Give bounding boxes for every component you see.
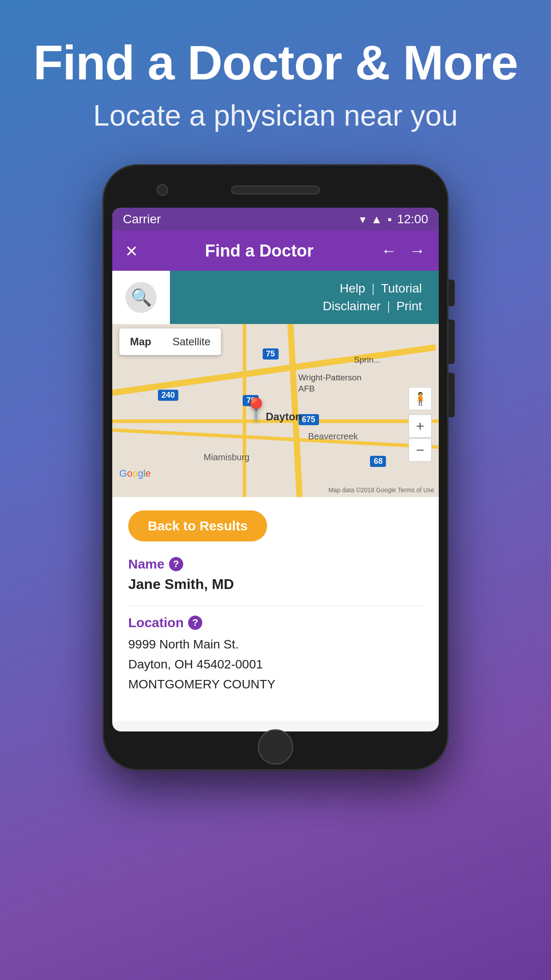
battery-icon: ▪ <box>388 213 392 226</box>
content-area: Back to Results Name ? Jane Smith, MD Lo… <box>112 497 439 721</box>
divider-1 <box>128 606 423 606</box>
phone-screen: Carrier ▾ ▲ ▪ 12:00 × Find a Doctor ← → <box>112 208 439 731</box>
map-label-dayton: Dayton <box>266 411 302 423</box>
speaker-grille <box>231 186 320 194</box>
volume-down-button[interactable] <box>449 373 455 417</box>
forward-arrow-button[interactable]: → <box>409 241 425 260</box>
zoom-in-button[interactable]: + <box>409 415 432 438</box>
map-background: Map Satellite 75 70 675 68 <box>112 324 439 497</box>
hero-section: Find a Doctor & More Locate a physician … <box>0 0 551 151</box>
map-attribution: Map data ©2018 Google Terms of Use <box>328 486 434 494</box>
search-icon[interactable]: 🔍 <box>126 282 157 313</box>
map-label-beavercreek: Beavercreek <box>308 431 358 442</box>
back-to-results-button[interactable]: Back to Results <box>128 510 267 541</box>
route-68: 68 <box>370 456 386 467</box>
nav-links: Help | Tutorial Disclaimer | Print <box>170 271 439 324</box>
badge-75: 75 <box>263 348 279 360</box>
signal-icon: ▲ <box>371 213 382 226</box>
phone-frame: Carrier ▾ ▲ ▪ 12:00 × Find a Doctor ← → <box>102 164 449 771</box>
close-button[interactable]: × <box>126 239 138 263</box>
camera-icon <box>157 184 168 196</box>
name-help-icon[interactable]: ? <box>169 557 183 571</box>
location-field-value: 9999 North Main St. Dayton, OH 45402-000… <box>128 635 423 694</box>
wifi-icon: ▾ <box>360 213 366 226</box>
google-logo: Google <box>119 468 151 479</box>
zoom-out-button[interactable]: − <box>409 439 432 462</box>
print-link[interactable]: Print <box>390 299 428 313</box>
tutorial-link[interactable]: Tutorial <box>375 281 428 296</box>
status-icons: ▾ ▲ ▪ 12:00 <box>360 212 428 226</box>
help-link[interactable]: Help <box>334 281 372 296</box>
map-label-spring: Sprin... <box>354 355 381 365</box>
nav-arrows: ← → <box>381 241 425 260</box>
map-type-controls: Map Satellite <box>119 328 221 355</box>
map-section[interactable]: Map Satellite 75 70 675 68 <box>112 324 439 497</box>
map-label-wright: Wright-PattersonAFB <box>299 372 362 394</box>
volume-up-button[interactable] <box>449 320 455 364</box>
interstate-75: 75 <box>263 348 279 360</box>
power-button[interactable] <box>449 280 455 306</box>
name-field-value: Jane Smith, MD <box>128 576 423 593</box>
nav-row-1: Help | Tutorial <box>334 281 428 296</box>
map-tab-map[interactable]: Map <box>119 332 162 352</box>
search-section: 🔍 <box>112 271 170 324</box>
disclaimer-link[interactable]: Disclaimer <box>316 299 387 313</box>
separator-2: | <box>387 299 390 313</box>
location-field-label: Location ? <box>128 615 423 630</box>
location-line2: Dayton, OH 45402-0001 <box>128 655 423 675</box>
badge-68: 68 <box>370 456 386 467</box>
phone-top-bezel <box>112 177 439 203</box>
status-time: 12:00 <box>397 212 428 226</box>
map-zoom-controls: 🧍 + − <box>409 387 432 462</box>
location-help-icon[interactable]: ? <box>188 616 202 630</box>
interstate-240: 240 <box>158 390 178 401</box>
location-line1: 9999 North Main St. <box>128 635 423 655</box>
badge-240: 240 <box>158 390 178 401</box>
app-title: Find a Doctor <box>205 241 314 261</box>
map-tab-satellite[interactable]: Satellite <box>162 332 221 352</box>
carrier-label: Carrier <box>123 212 161 226</box>
status-bar: Carrier ▾ ▲ ▪ 12:00 <box>112 208 439 231</box>
location-line3: MONTGOMERY COUNTY <box>128 675 423 695</box>
map-label-miamisburg: Miamisburg <box>204 452 249 462</box>
nav-row-2: Disclaimer | Print <box>316 299 428 313</box>
separator-1: | <box>371 281 374 296</box>
app-bar: × Find a Doctor ← → <box>112 231 439 271</box>
hero-subtitle: Locate a physician near you <box>27 98 524 133</box>
back-arrow-button[interactable]: ← <box>381 241 397 260</box>
road-h3 <box>112 428 438 449</box>
phone-wrapper: Carrier ▾ ▲ ▪ 12:00 × Find a Doctor ← → <box>94 164 457 980</box>
home-button[interactable] <box>258 729 293 765</box>
phone-bottom-bezel <box>112 736 439 758</box>
hero-title: Find a Doctor & More <box>27 36 524 89</box>
name-field-label: Name ? <box>128 557 423 572</box>
sub-header: 🔍 Help | Tutorial Disclaimer | Print <box>112 271 439 324</box>
street-view-icon[interactable]: 🧍 <box>409 387 432 410</box>
